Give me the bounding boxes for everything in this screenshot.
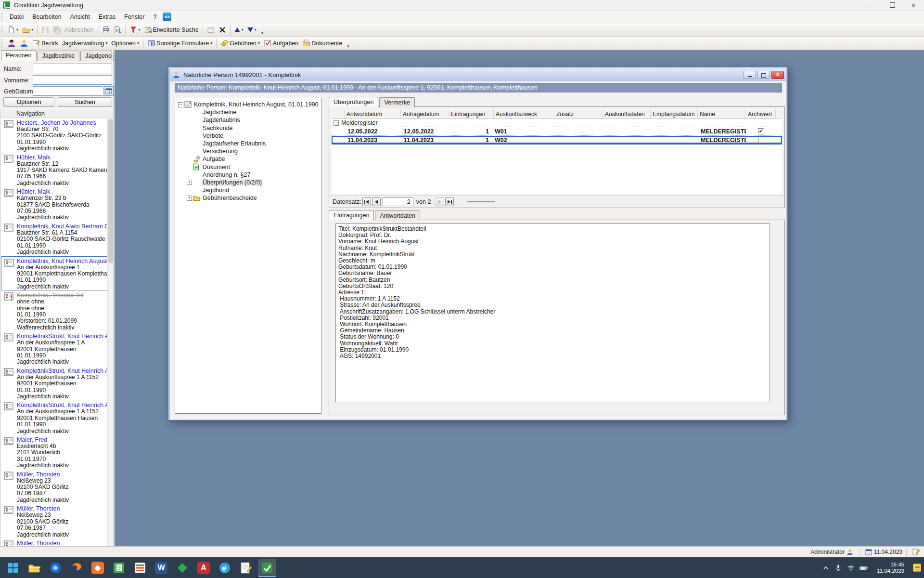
notification-icon[interactable] [913, 564, 921, 572]
tab-lower-0[interactable]: Eintragungen [329, 210, 374, 221]
table-group-row[interactable]: −Melderegister [332, 119, 782, 127]
taskbar-app-firefox[interactable] [67, 559, 86, 577]
save-all-button[interactable] [51, 24, 63, 36]
save-button[interactable] [39, 24, 51, 36]
jagdverwaltung-menu[interactable]: Jagdverwaltung ▾ [60, 38, 110, 49]
navigate-down-button[interactable]: ▾ [245, 24, 258, 36]
collapse-icon[interactable]: − [178, 102, 183, 107]
aufgaben-button[interactable]: Aufgaben [262, 38, 301, 49]
sidebar-tab-personen[interactable]: Personen [1, 50, 37, 61]
last-record-button[interactable] [445, 197, 454, 206]
tree-root[interactable]: −Komplettnik, Knut Heinrich August, 01.0… [175, 101, 321, 108]
tree-item[interactable]: Aufgabe [175, 155, 321, 163]
start-button[interactable] [4, 559, 22, 577]
checkbox-unchecked-icon[interactable] [758, 137, 764, 143]
person-list-item[interactable]: Maier, FredExistiernicht 4b2101 Wunderli… [1, 435, 108, 470]
person-list-item[interactable]: Komplettnik, Knut Heinrich AugustAn der … [1, 256, 108, 291]
person-list-scrollbar[interactable] [107, 118, 114, 546]
person-list-item[interactable]: Müller, ThorstenNeißeweg 2302100 SAKD Gö… [1, 470, 108, 504]
expand-icon[interactable]: + [187, 196, 192, 201]
navigate-up-button[interactable]: ▾ [232, 24, 245, 36]
minimize-button[interactable] [860, 0, 882, 11]
menu-datei[interactable]: Datei [5, 12, 28, 22]
person-list-item[interactable]: Müller, Thorsten [1, 539, 108, 546]
tree-item[interactable]: Verbote [175, 132, 321, 140]
tree-item[interactable]: Versicherung [175, 147, 321, 155]
column-header[interactable]: Empfangsdatum [651, 109, 698, 119]
expand-icon[interactable]: + [187, 180, 192, 185]
person-list-item[interactable]: !Komplettnik, Theodor Totohne ohneohne o… [1, 290, 108, 331]
tab-upper-0[interactable]: Überprüfungen [329, 97, 378, 107]
microphone-icon[interactable] [834, 564, 842, 572]
taskbar-app-app-list[interactable] [131, 559, 149, 577]
next-record-button[interactable] [436, 197, 444, 206]
taskbar-app-jagdverwaltung[interactable] [258, 559, 276, 577]
gebdatum-input[interactable] [33, 86, 103, 96]
taskbar-app-word[interactable]: W [152, 559, 170, 577]
menu-fenster[interactable]: Fenster [120, 12, 149, 22]
first-record-button[interactable] [362, 197, 371, 206]
network-icon[interactable] [847, 564, 855, 572]
record-number-field[interactable]: 2 [383, 197, 413, 206]
tree-item[interactable]: Sachkunde [175, 124, 321, 132]
properties-button[interactable] [205, 24, 217, 36]
sidebar-tab-jagdbezirke[interactable]: Jagdbezirke [38, 51, 79, 61]
tree-item[interactable]: Jagdaufseher Erlaubnis [175, 140, 321, 147]
close-button[interactable]: × [903, 0, 924, 11]
table-row[interactable]: 12.05.202212.05.20221W01MELDEREGISTER✓ [332, 127, 782, 136]
taskbar-app-acrobat[interactable]: A [194, 559, 213, 577]
tree-item[interactable]: Dokument [175, 163, 321, 171]
person-list-item[interactable]: KomplettnikStrukt, Knut Heinrich AugustA… [1, 331, 108, 366]
optionen-menu[interactable]: Optionen ▾ [109, 38, 141, 49]
column-header[interactable] [332, 109, 345, 119]
tree-item[interactable]: Anordnung n. §27 [175, 171, 321, 179]
checkbox-checked-icon[interactable]: ✓ [758, 128, 764, 134]
dialog-maximize-button[interactable] [757, 71, 770, 79]
sonstige-formulare-button[interactable]: Sonstige Formulare ▾ [145, 38, 214, 49]
column-header[interactable]: Name [698, 109, 746, 119]
tree-item[interactable]: Jagdscheine [175, 108, 321, 116]
gebuehren-button[interactable]: Gebühren ▾ [218, 38, 262, 49]
bezirk-button[interactable]: Bezirk [30, 38, 60, 49]
taskbar-app-text-editor[interactable] [237, 559, 255, 577]
menu-help[interactable]: ? [149, 12, 161, 22]
person-list-item[interactable]: Hübler, MaikKamenzer Str. 23 b01877 SAKD… [1, 187, 108, 222]
delete-button[interactable] [217, 24, 228, 36]
menu-bearbeiten[interactable]: Bearbeiten [28, 12, 65, 22]
tray-expand-icon[interactable] [822, 564, 830, 572]
sidebar-tab-jagdgenossen[interactable]: Jagdgenossen [80, 51, 112, 61]
taskbar-app-file-explorer[interactable] [25, 559, 43, 577]
print-preview-button[interactable] [112, 24, 123, 36]
column-header[interactable]: Anfragedatum [401, 109, 449, 119]
person-list-item[interactable]: Müller, ThorstenNeißeweg 2302100 SAKD Gö… [1, 504, 108, 539]
open-button[interactable]: ▾ [20, 24, 35, 36]
toolbar-overflow-icon[interactable]: ▾ [261, 30, 264, 36]
person-female-button[interactable] [5, 38, 18, 49]
table-row[interactable]: 11.04.202311.04.20231W02MELDEREGISTER [332, 136, 782, 144]
person-list-item[interactable]: Hesters, Jochen Jo JohannesBautzner Str.… [1, 118, 108, 153]
abbrechen-button[interactable]: Abbrechen [63, 24, 95, 36]
tree-item[interactable]: Jagdhund [175, 186, 321, 194]
taskbar-app-browser[interactable] [46, 559, 64, 577]
column-header[interactable]: Auskunftsdaten [603, 109, 651, 119]
column-header[interactable]: Zusatz [554, 109, 603, 119]
record-slider[interactable] [467, 201, 495, 202]
tree-item[interactable]: +Überprüfungen (0/2/0) [175, 179, 321, 186]
column-header[interactable]: Antwortdatum [345, 109, 401, 119]
menu-extras[interactable]: Extras [94, 12, 120, 22]
dialog-close-button[interactable]: × [771, 71, 784, 79]
menu-ansicht[interactable]: Ansicht [66, 12, 94, 22]
filter-button[interactable]: ▾ [128, 24, 142, 36]
collapse-icon[interactable]: − [334, 120, 339, 126]
suchen-button[interactable]: Suchen [58, 97, 112, 107]
person-button[interactable] [18, 38, 30, 49]
maximize-button[interactable] [882, 0, 903, 11]
tab-upper-1[interactable]: Vermerke [379, 97, 415, 107]
tree-item[interactable]: +Gebührenbescheide [175, 194, 321, 202]
vorname-input[interactable] [33, 75, 112, 85]
person-list-item[interactable]: Hübler, MaikBautzner Str. 121917 SAKD Ka… [1, 153, 108, 187]
tree-item[interactable]: Jagderlaubnis [175, 116, 321, 124]
taskbar-app-internet-explorer[interactable]: e [216, 559, 234, 577]
calendar-button[interactable] [104, 86, 114, 96]
person-list-item[interactable]: Komplettnik, Knut Alwin Bertram ChristBa… [1, 222, 108, 256]
